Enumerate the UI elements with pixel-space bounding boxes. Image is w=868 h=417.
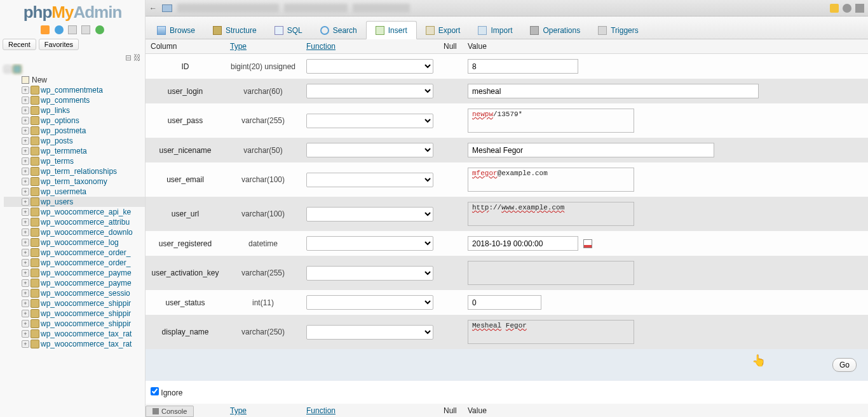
to-top-icon[interactable]	[855, 4, 864, 13]
docs-icon[interactable]	[68, 25, 77, 34]
value-textarea-user_pass[interactable]: newpw/13579*	[468, 109, 634, 133]
value-input-user_nicename[interactable]	[468, 143, 714, 157]
expand-icon[interactable]: +	[22, 228, 29, 236]
expand-icon[interactable]: +	[22, 330, 29, 338]
logo[interactable]: phpMyAdmin	[0, 0, 145, 23]
logout-icon[interactable]	[55, 25, 64, 34]
recent-button[interactable]: Recent	[3, 39, 36, 50]
expand-icon[interactable]: +	[22, 259, 29, 267]
lock-icon[interactable]	[830, 4, 839, 13]
tree-table-row[interactable]: +wp_woocommerce_shippir	[4, 308, 145, 319]
tree-table-row[interactable]: +wp_woocommerce_payme	[4, 278, 145, 288]
database-tree[interactable]: −db New +wp_commentmeta+wp_comments+wp_l…	[0, 63, 145, 417]
expand-icon[interactable]: +	[22, 198, 29, 206]
expand-icon[interactable]: +	[22, 218, 29, 226]
function-select-user_nicename[interactable]	[306, 143, 433, 157]
tree-database-node[interactable]: −db	[4, 63, 145, 75]
tree-table-row[interactable]: +wp_commentmeta	[4, 85, 145, 95]
console-toggle[interactable]: Console	[146, 406, 194, 417]
expand-icon[interactable]: +	[22, 208, 29, 216]
function-select-user_status[interactable]	[306, 295, 433, 310]
expand-icon[interactable]: +	[22, 279, 29, 287]
value-textarea-display_name[interactable]: Mesheal Fegor	[468, 320, 634, 344]
header-function[interactable]: Function	[301, 404, 438, 417]
go-button[interactable]: Go	[832, 358, 857, 372]
tree-table-row[interactable]: +wp_woocommerce_log	[4, 237, 145, 248]
tree-table-row[interactable]: +wp_links	[4, 105, 145, 116]
calendar-icon[interactable]	[583, 239, 592, 248]
value-textarea-user_email[interactable]: mfegor@example.com	[468, 168, 634, 192]
function-select-display_name[interactable]	[306, 325, 433, 340]
function-select-user_login[interactable]	[306, 84, 433, 98]
tree-table-row[interactable]: +wp_woocommerce_shippir	[4, 319, 145, 329]
collapse-all-icon[interactable]: ⊟	[125, 53, 132, 62]
tab-search[interactable]: Search	[311, 22, 366, 39]
value-textarea-user_activation_key[interactable]	[468, 261, 634, 285]
expand-icon[interactable]: +	[22, 320, 29, 328]
home-icon[interactable]	[41, 25, 50, 34]
tree-table-row[interactable]: +wp_woocommerce_order_	[4, 248, 145, 258]
expand-icon[interactable]: +	[22, 127, 29, 135]
reload-icon[interactable]	[95, 25, 104, 34]
expand-icon[interactable]: +	[22, 107, 29, 114]
value-input-user_status[interactable]	[468, 295, 541, 310]
tree-new-table[interactable]: New	[4, 75, 145, 85]
function-select-user_email[interactable]	[306, 173, 433, 187]
tab-insert[interactable]: Insert	[366, 21, 417, 39]
tree-table-row[interactable]: +wp_woocommerce_attribu	[4, 217, 145, 227]
tree-table-row[interactable]: +wp_users	[4, 197, 145, 207]
function-select-user_registered[interactable]	[306, 236, 433, 251]
tab-import[interactable]: Import	[469, 22, 521, 39]
expand-icon[interactable]: +	[22, 300, 29, 307]
function-select-user_url[interactable]	[306, 207, 433, 222]
breadcrumb-server[interactable]	[177, 4, 279, 13]
tree-table-row[interactable]: +wp_woocommerce_tax_rat	[4, 339, 145, 349]
tree-table-row[interactable]: +wp_postmeta	[4, 126, 145, 136]
expand-icon[interactable]: +	[22, 147, 29, 155]
tree-table-row[interactable]: +wp_termmeta	[4, 146, 145, 156]
tab-triggers[interactable]: Triggers	[589, 22, 648, 39]
tab-structure[interactable]: Structure	[204, 22, 266, 39]
tree-table-row[interactable]: +wp_woocommerce_shippir	[4, 298, 145, 308]
value-input-user_login[interactable]	[468, 84, 759, 98]
tree-table-row[interactable]: +wp_woocommerce_downlo	[4, 227, 145, 237]
tab-export[interactable]: Export	[417, 22, 470, 39]
tree-table-row[interactable]: +wp_woocommerce_payme	[4, 268, 145, 278]
tree-table-row[interactable]: +wp_usermeta	[4, 187, 145, 197]
expand-icon[interactable]: +	[22, 239, 29, 246]
ignore-checkbox-label[interactable]: Ignore	[151, 388, 182, 397]
tree-table-row[interactable]: +wp_terms	[4, 156, 145, 166]
tree-table-row[interactable]: +wp_woocommerce_tax_rat	[4, 329, 145, 339]
header-type[interactable]: Type	[225, 404, 301, 417]
expand-icon[interactable]: +	[22, 178, 29, 185]
expand-icon[interactable]: +	[22, 86, 29, 94]
link-icon[interactable]: ⛓	[133, 53, 141, 62]
tree-table-row[interactable]: +wp_posts	[4, 136, 145, 146]
expand-icon[interactable]: +	[22, 137, 29, 145]
header-function[interactable]: Function	[301, 39, 438, 54]
tab-sql[interactable]: SQL	[266, 22, 311, 39]
expand-icon[interactable]: +	[22, 269, 29, 277]
expand-icon[interactable]: +	[22, 188, 29, 195]
favorites-button[interactable]: Favorites	[39, 39, 79, 50]
tab-operations[interactable]: Operations	[521, 22, 589, 39]
expand-icon[interactable]: +	[22, 168, 29, 175]
tree-table-row[interactable]: +wp_woocommerce_api_ke	[4, 207, 145, 217]
value-textarea-user_url[interactable]: http://www.example.com	[468, 202, 634, 226]
tree-table-row[interactable]: +wp_term_relationships	[4, 166, 145, 176]
value-input-user_registered[interactable]	[468, 236, 578, 251]
value-input-ID[interactable]	[468, 59, 578, 74]
function-select-ID[interactable]	[306, 59, 433, 74]
ignore-checkbox[interactable]	[151, 387, 159, 395]
tree-table-row[interactable]: +wp_options	[4, 116, 145, 126]
expand-icon[interactable]: +	[22, 289, 29, 297]
tree-table-row[interactable]: +wp_woocommerce_order_	[4, 258, 145, 268]
expand-icon[interactable]: +	[22, 249, 29, 256]
breadcrumb-db[interactable]	[284, 4, 348, 13]
tree-table-row[interactable]: +wp_term_taxonomy	[4, 176, 145, 187]
expand-icon[interactable]: +	[22, 310, 29, 317]
header-type[interactable]: Type	[225, 39, 301, 54]
tab-browse[interactable]: Browse	[148, 22, 204, 39]
expand-icon[interactable]: +	[22, 157, 29, 165]
expand-icon[interactable]: +	[22, 96, 29, 104]
